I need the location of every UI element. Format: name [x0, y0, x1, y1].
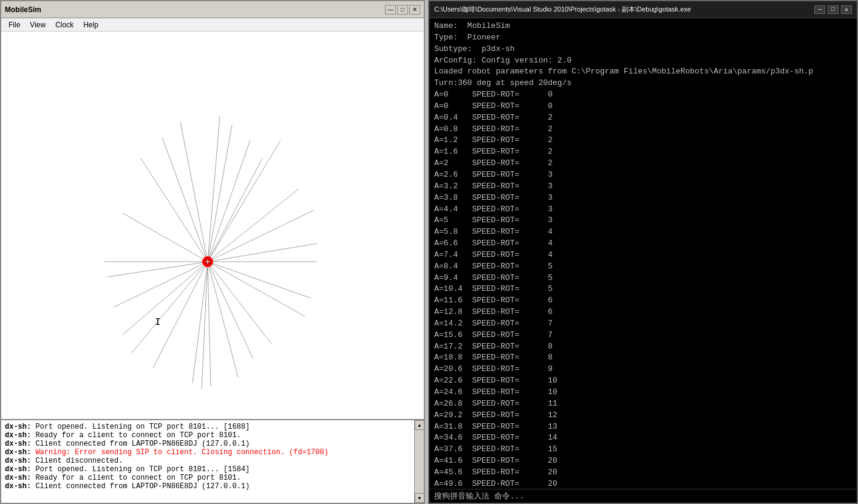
svg-line-5 [114, 262, 208, 307]
svg-line-20 [202, 262, 208, 389]
svg-line-1 [208, 116, 220, 262]
console-maximize-button[interactable]: □ [828, 5, 839, 14]
log-line-8: dx-sh: Client connected from LAPTOP-PN86… [5, 482, 410, 491]
svg-line-19 [153, 262, 208, 368]
mobilesim-minimize-button[interactable]: — [385, 5, 396, 15]
console-close-button[interactable]: ✕ [841, 5, 852, 14]
console-title: C:\Users\咖啡\Documents\Visual Studio 2010… [434, 5, 691, 14]
menu-file[interactable]: File [4, 19, 25, 30]
scroll-up-arrow[interactable]: ▲ [415, 420, 424, 430]
mobilesim-maximize-button[interactable]: □ [397, 5, 408, 15]
svg-line-24 [208, 243, 317, 262]
log-container: dx-sh: Port opened. Listening on TCP por… [1, 419, 424, 503]
sim-svg: I [1, 32, 424, 419]
log-line-3: dx-sh: Client connected from LAPTOP-PN86… [5, 440, 410, 448]
menu-clock[interactable]: Clock [50, 19, 78, 30]
log-line-7: dx-sh: Ready for a client to connect on … [5, 474, 410, 482]
console-titlebar: C:\Users\咖啡\Documents\Visual Studio 2010… [429, 1, 857, 18]
menu-help[interactable]: Help [78, 19, 103, 30]
log-line-4: dx-sh: Warning: Error sending SIP to cli… [5, 448, 410, 457]
console-output: Name: MobileSim Type: Pioneer Subtype: p… [429, 18, 857, 489]
log-scrollbar: ▲ ▼ [414, 420, 424, 503]
svg-line-13 [208, 158, 262, 262]
svg-line-25 [208, 189, 299, 262]
log-line-5: dx-sh: Client disconnected. [5, 457, 410, 465]
console-minimize-button[interactable]: — [814, 5, 825, 14]
console-window-controls: — □ ✕ [814, 5, 852, 14]
simulation-canvas: I [1, 32, 424, 419]
svg-line-16 [123, 213, 208, 262]
log-line-1: dx-sh: Port opened. Listening on TCP por… [5, 423, 410, 431]
console-window: C:\Users\咖啡\Documents\Visual Studio 2010… [428, 0, 858, 504]
mobilesim-close-button[interactable]: ✕ [409, 5, 420, 15]
mobilesim-title: MobileSim [5, 5, 41, 14]
svg-line-15 [162, 137, 208, 262]
svg-line-22 [208, 262, 271, 344]
svg-line-8 [208, 262, 211, 386]
lidar-rays [104, 116, 317, 389]
svg-line-10 [208, 262, 305, 316]
scroll-track [415, 430, 424, 493]
mobilesim-titlebar: MobileSim — □ ✕ [1, 1, 424, 18]
mobilesim-menubar: File View Clock Help [1, 18, 424, 32]
log-text-area: dx-sh: Port opened. Listening on TCP por… [1, 420, 414, 503]
svg-line-21 [208, 262, 238, 377]
svg-line-6 [132, 262, 208, 353]
svg-line-7 [192, 262, 208, 383]
text-cursor: I [155, 317, 161, 328]
svg-line-26 [208, 140, 250, 262]
log-line-2: dx-sh: Ready for a client to connect on … [5, 431, 410, 440]
svg-line-12 [208, 210, 314, 262]
scroll-down-arrow[interactable]: ▼ [415, 493, 424, 503]
svg-line-9 [208, 262, 253, 359]
console-input[interactable]: 搜狗拼音输入法 命令... [429, 489, 857, 503]
mobilesim-window: MobileSim — □ ✕ File View Clock Help [0, 0, 425, 504]
menu-view[interactable]: View [25, 19, 50, 30]
svg-line-23 [208, 262, 311, 298]
log-line-6: dx-sh: Port opened. Listening on TCP por… [5, 465, 410, 474]
mobilesim-window-controls: — □ ✕ [385, 5, 420, 15]
